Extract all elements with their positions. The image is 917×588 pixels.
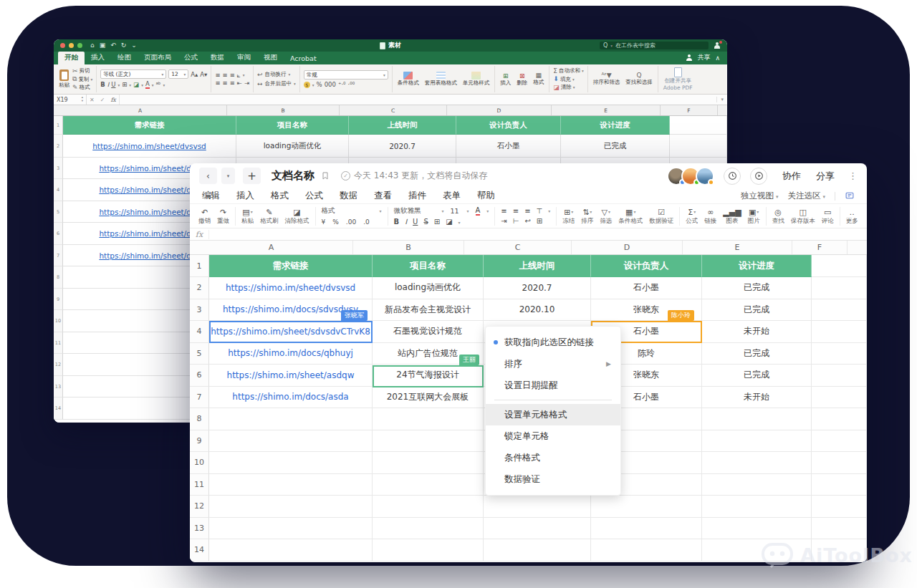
row-number[interactable]: 6 xyxy=(54,223,63,245)
cell-E4[interactable]: 未开始 xyxy=(702,321,812,343)
cell-B9[interactable] xyxy=(373,430,484,453)
cancel-entry-icon[interactable]: ✕ xyxy=(87,97,97,103)
row-number[interactable]: 6 xyxy=(190,365,209,387)
menu-forms[interactable]: 表单 xyxy=(443,190,461,202)
format-as-table-button[interactable]: 套用表格格式 xyxy=(423,72,458,87)
fill-color-button[interactable]: ◪ xyxy=(446,218,452,226)
chart-button[interactable]: ▂▄▆图表 xyxy=(723,208,741,224)
fill-button[interactable]: ⬇填充▾ xyxy=(553,76,583,83)
cell-A14[interactable] xyxy=(209,539,373,562)
percent-format-button[interactable]: % xyxy=(332,218,339,226)
align-center-icon[interactable]: ≡ xyxy=(513,208,519,215)
cell-D1[interactable]: 设计负责人 xyxy=(456,116,561,135)
paste-button[interactable]: 粘贴 xyxy=(59,69,69,89)
row-number[interactable]: 10 xyxy=(54,310,63,332)
cell-B4[interactable]: 石墨视觉设计规范 xyxy=(373,321,484,343)
fill-color-button[interactable]: ◪ xyxy=(133,82,139,88)
borders-button[interactable]: ⊞ xyxy=(434,218,440,226)
row-number[interactable]: 3 xyxy=(190,299,209,322)
cell-C13[interactable] xyxy=(484,518,591,540)
autosum-button[interactable]: Σ自动求和▾ xyxy=(553,67,583,74)
tab-home[interactable]: 开始 xyxy=(58,52,85,64)
follow-selection-button[interactable]: 关注选区▾ xyxy=(787,191,825,201)
row-number[interactable]: 3 xyxy=(54,158,63,179)
name-box-spinner[interactable]: ▴▾ xyxy=(82,96,83,103)
menu-item-conditional-format[interactable]: 条件格式 xyxy=(486,447,620,468)
font-color-button[interactable]: A xyxy=(476,207,481,216)
vertical-align-icon[interactable]: ⊤ xyxy=(537,208,543,215)
decrease-decimal-button[interactable]: .00 xyxy=(346,218,356,226)
find-button[interactable]: ◎查找 xyxy=(772,208,784,224)
cell-E11[interactable] xyxy=(702,474,812,496)
decrease-decimal-button[interactable]: ·⁰⁰ xyxy=(348,82,355,88)
row-number[interactable]: 8 xyxy=(54,266,63,289)
merge-cells-icon[interactable]: ⊢ xyxy=(513,218,519,225)
row-number[interactable]: 2 xyxy=(190,277,209,299)
conditional-format-button[interactable]: ▦▾条件格式 xyxy=(618,208,643,224)
formula-bar-expand-icon[interactable]: ▾ xyxy=(716,97,727,102)
menu-item-date-reminder[interactable]: 设置日期提醒 xyxy=(486,375,620,396)
row-number[interactable]: 4 xyxy=(54,179,63,201)
increase-indent-icon[interactable]: ⇥ xyxy=(244,80,249,87)
cell-format-select[interactable]: 格式▾ xyxy=(322,206,382,216)
redo-icon[interactable]: ↻ xyxy=(121,42,127,49)
cell-E1[interactable]: 设计进度 xyxy=(702,255,812,277)
align-center-icon[interactable]: ≡ xyxy=(223,80,228,87)
data-validation-button[interactable]: ☑数据验证 xyxy=(649,208,673,224)
copy-button[interactable]: ⧉复制▾ xyxy=(72,76,92,83)
insert-function-icon[interactable]: fx xyxy=(107,97,118,103)
paste-button[interactable]: ▤▾粘贴 xyxy=(241,208,254,224)
menu-data[interactable]: 数据 xyxy=(340,190,357,202)
menu-item-sort[interactable]: 排序▶ xyxy=(486,353,620,375)
share-button[interactable]: 共享 xyxy=(697,53,710,62)
cell-F1[interactable] xyxy=(670,116,727,135)
cell-E3[interactable]: 已完成 xyxy=(702,299,812,322)
row-number[interactable]: 9 xyxy=(190,430,209,453)
tab-formulas[interactable]: 公式 xyxy=(178,52,204,64)
menu-help[interactable]: 帮助 xyxy=(477,190,495,202)
currency-format-button[interactable]: ¥ xyxy=(322,218,326,226)
row-number[interactable]: 9 xyxy=(54,289,63,310)
align-middle-icon[interactable]: ≡ xyxy=(223,72,228,79)
cell-E12[interactable] xyxy=(702,496,812,518)
cell-C3[interactable]: 2020.10 xyxy=(484,299,591,322)
cell-A5[interactable]: https://shimo.im/docs/qbhuyj xyxy=(209,343,373,365)
row-number[interactable]: 5 xyxy=(190,343,209,365)
cell-E13[interactable] xyxy=(702,518,812,540)
cell-C14[interactable] xyxy=(484,539,591,562)
clear-format-button[interactable]: ◪清除格式 xyxy=(285,208,309,224)
account-icon[interactable] xyxy=(714,42,721,49)
cell-A13[interactable] xyxy=(209,518,373,540)
align-left-icon[interactable]: ≡ xyxy=(215,80,220,87)
tab-view[interactable]: 视图 xyxy=(257,52,284,64)
cell-A7[interactable]: https://shimo.im/docs/asda xyxy=(209,387,373,409)
borders-button[interactable]: ⊞ xyxy=(122,82,127,88)
undo-icon[interactable]: ↶ xyxy=(110,42,116,49)
menu-item-lock-cells[interactable]: 锁定单元格 xyxy=(486,425,620,447)
cell-F1[interactable] xyxy=(812,255,867,277)
conditional-formatting-button[interactable]: 条件格式 xyxy=(396,72,421,87)
menu-formula[interactable]: 公式 xyxy=(305,190,323,202)
cell-C1[interactable]: 上线时间 xyxy=(484,255,591,277)
cell-E8[interactable] xyxy=(702,408,812,430)
collaborate-button[interactable]: 协作 xyxy=(782,170,801,183)
align-right-icon[interactable]: ≡ xyxy=(524,208,530,215)
align-top-icon[interactable]: ≡ xyxy=(215,72,220,79)
menu-item-format-cells[interactable]: 设置单元格格式 xyxy=(486,404,620,425)
row-number[interactable]: 4 xyxy=(190,321,209,343)
menu-view[interactable]: 查看 xyxy=(374,190,392,202)
save-version-button[interactable]: ◫保存版本 xyxy=(791,208,815,224)
cell-E5[interactable]: 已完成 xyxy=(702,343,812,365)
column-header-A[interactable]: A xyxy=(190,241,353,254)
text-wrap-icon[interactable]: ⇥ xyxy=(501,218,506,225)
row-number[interactable]: 12 xyxy=(190,496,209,518)
align-bottom-icon[interactable]: ≡ xyxy=(230,72,235,79)
cell-C1[interactable]: 上线时间 xyxy=(349,116,456,135)
search-input[interactable]: Q▾ 在工作表中搜索 xyxy=(600,42,709,49)
sort-filter-button[interactable]: ᴬᶻ▼排序和筛选 xyxy=(592,72,622,86)
underline-button[interactable]: U xyxy=(111,82,115,88)
decrease-indent-icon[interactable]: ⇤ xyxy=(237,80,242,87)
cell-styles-button[interactable]: 单元格样式 xyxy=(461,72,491,87)
cell-A1[interactable]: 需求链接 xyxy=(209,255,373,277)
row-number[interactable]: 12 xyxy=(54,354,63,376)
